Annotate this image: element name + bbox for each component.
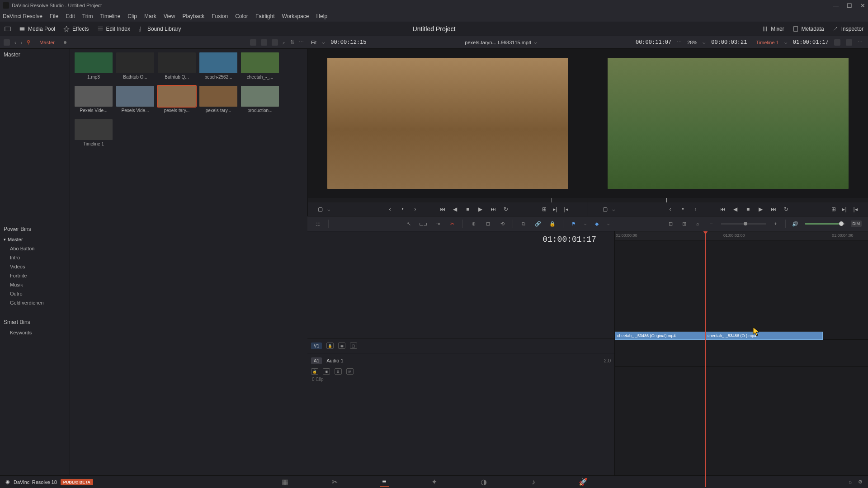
src-more-icon[interactable]: ⋯ (677, 39, 682, 45)
bin-item[interactable]: Videos (0, 262, 70, 271)
src-last-frame[interactable]: ⏭ (490, 206, 497, 213)
mute-button[interactable]: M (346, 368, 354, 375)
bin-item[interactable]: Abo Button (0, 244, 70, 253)
smart-bins-header[interactable]: Smart Bins (0, 316, 70, 328)
thumb-view-icon[interactable] (250, 39, 256, 46)
media-thumbnail[interactable]: Timeline 1 (75, 119, 113, 146)
bin-item[interactable]: Geld verdienen (0, 298, 70, 307)
menu-item[interactable]: Workspace (282, 13, 309, 19)
timeline-canvas[interactable]: 01:00:00:00 01:00:02:00 01:00:04:00 01:0… (615, 231, 868, 487)
src-play-reverse[interactable]: ◀ (452, 206, 459, 213)
menu-item[interactable]: View (164, 13, 175, 19)
playhead[interactable] (705, 231, 706, 487)
menu-item[interactable]: Clip (127, 13, 137, 19)
media-thumbnail[interactable]: production... (241, 86, 279, 113)
mixer-toggle[interactable]: Mixer (762, 26, 784, 32)
src-first-frame[interactable]: ⏮ (439, 206, 446, 213)
menu-item[interactable]: DaVinci Resolve (3, 13, 42, 19)
track-auto-icon[interactable]: ◉ (323, 368, 330, 375)
zoom-custom-icon[interactable]: ⌕ (694, 220, 702, 228)
more-icon[interactable]: ⋯ (299, 39, 304, 45)
nav-fwd[interactable]: › (21, 40, 23, 45)
src-loop[interactable]: ↻ (502, 206, 509, 213)
tl-more-icon[interactable]: ⋯ (858, 39, 863, 45)
trim-tool[interactable]: ⊏⊐ (419, 220, 427, 228)
src-in-icon[interactable]: ▸| (552, 206, 559, 213)
metadata-toggle[interactable]: Metadata (793, 26, 824, 32)
src-play[interactable]: ▶ (477, 206, 484, 213)
source-scrubber[interactable] (308, 198, 588, 202)
selection-tool[interactable]: ↖ (405, 220, 413, 228)
media-thumbnail[interactable]: Pexels Vide... (75, 86, 113, 113)
tl-out-icon[interactable]: |◂ (852, 206, 859, 213)
media-thumbnail[interactable]: beach-2562... (199, 52, 237, 80)
tl-loop[interactable]: ↻ (783, 206, 790, 213)
src-fit[interactable]: Fit (311, 40, 316, 45)
nav-back[interactable]: ‹ (14, 40, 16, 45)
breadcrumb[interactable]: Master (35, 40, 59, 45)
bin-master[interactable]: Master (0, 49, 70, 61)
dim-button[interactable]: DIM (851, 221, 862, 227)
cut-page-icon[interactable]: ✂ (330, 478, 339, 487)
tl-play-reverse[interactable]: ◀ (732, 206, 739, 213)
link-icon[interactable]: 🔗 (534, 220, 542, 228)
bin-item[interactable]: Outro (0, 289, 70, 298)
menu-item[interactable]: Fusion (212, 13, 228, 19)
lock-icon[interactable]: 🔒 (548, 220, 557, 228)
marker-icon[interactable]: ◆ (593, 220, 601, 228)
audio-track[interactable] (615, 340, 868, 367)
bin-item[interactable]: Intro (0, 253, 70, 262)
tl-marker[interactable]: • (679, 206, 687, 213)
blade-tool[interactable]: ✂ (448, 220, 456, 228)
snap-icon[interactable]: ⧉ (519, 220, 528, 228)
menu-item[interactable]: Help (316, 13, 327, 19)
v1-badge[interactable]: V1 (311, 343, 322, 349)
power-bins-header[interactable]: Power Bins (0, 223, 70, 235)
tl-match-frame[interactable]: ⊞ (830, 206, 837, 213)
timeline-ruler[interactable]: 01:00:00:00 01:00:02:00 01:00:04:00 01:0… (615, 231, 868, 240)
edit-page-icon[interactable]: ≡ (380, 478, 389, 487)
video-track[interactable]: cheetah_-_53486 (Original).mp4 cheetah_-… (615, 331, 868, 340)
video-track-header[interactable]: V1 🔒 ◉ ▢ (307, 338, 614, 353)
home-icon[interactable]: ⌂ (849, 479, 852, 485)
timeline-frame[interactable] (608, 58, 848, 189)
volume-slider[interactable] (805, 223, 845, 225)
zoom-detail-icon[interactable]: ⊞ (680, 220, 689, 228)
video-clip[interactable]: cheetah_-_53486 (Original).mp4 (615, 332, 705, 340)
edit-index-toggle[interactable]: Edit Index (97, 26, 130, 32)
tl-view-opts-icon[interactable]: ☷ (314, 220, 322, 228)
tl-next-edit[interactable]: › (692, 206, 699, 213)
solo-button[interactable]: S (335, 368, 342, 375)
media-thumbnail[interactable]: 1.mp3 (75, 52, 113, 80)
media-thumbnail[interactable]: cheetah_-_... (241, 52, 279, 80)
menu-item[interactable]: Edit (66, 13, 75, 19)
bin-item[interactable]: Keywords (0, 328, 70, 337)
menu-item[interactable]: File (50, 13, 58, 19)
video-clip[interactable]: cheetah_-_53486 (O ).mp4 (705, 332, 823, 340)
media-page-icon[interactable]: ▦ (280, 478, 289, 487)
media-thumbnail[interactable]: pexels-tary... (158, 86, 196, 113)
timeline-scrubber[interactable] (588, 198, 868, 202)
zoom-out[interactable]: − (708, 220, 716, 228)
media-thumbnail[interactable]: Pexels Vide... (116, 86, 154, 113)
tl-prev-edit[interactable]: ‹ (667, 206, 674, 213)
media-pool-toggle[interactable]: Media Pool (19, 26, 55, 32)
grid-view-icon[interactable] (261, 39, 267, 46)
tl-opt1-icon[interactable] (834, 39, 840, 46)
color-page-icon[interactable]: ◑ (479, 478, 488, 487)
minimize-button[interactable]: — (833, 2, 839, 9)
tl-zoom[interactable]: 28% (687, 40, 697, 45)
effects-toggle[interactable]: Effects (63, 26, 89, 32)
menu-item[interactable]: Trim (82, 13, 93, 19)
power-bins-master[interactable]: ▾Master (0, 235, 70, 244)
sort-icon[interactable]: ⇅ (290, 39, 294, 45)
menu-item[interactable]: Playback (182, 13, 204, 19)
sound-library-toggle[interactable]: Sound Library (138, 26, 181, 32)
tl-mode-icon[interactable]: ▢ (601, 206, 609, 213)
media-thumbnail[interactable]: Bathtub O... (116, 52, 154, 80)
inspector-toggle[interactable]: Inspector (832, 26, 863, 32)
src-mode-icon[interactable]: ▢ (316, 206, 324, 213)
deliver-page-icon[interactable]: 🚀 (579, 478, 588, 487)
fullscreen-toggle[interactable] (5, 26, 11, 32)
tl-first-frame[interactable]: ⏮ (719, 206, 726, 213)
